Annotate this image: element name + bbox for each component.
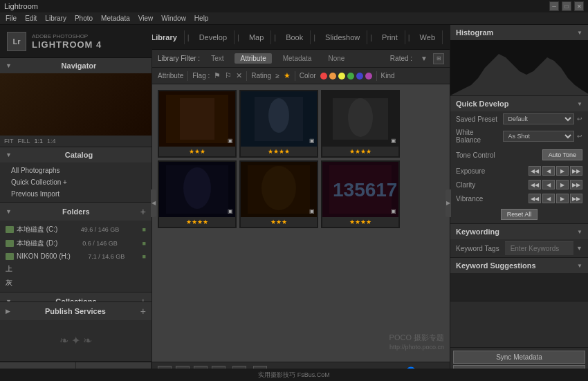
folder-item-up[interactable]: 上 <box>0 262 151 276</box>
keywording-header[interactable]: Keywording ▼ <box>450 224 588 239</box>
auto-tone-button[interactable]: Auto Tone <box>542 149 582 160</box>
collections-header[interactable]: ▼ Collections + <box>0 292 151 302</box>
clarity-row: Clarity ◀◀ ◀ ▶ ▶▶ <box>450 178 588 192</box>
exposure-minus-minus[interactable]: ◀◀ <box>529 166 541 176</box>
filter-expand-icon[interactable]: ⊞ <box>433 53 444 64</box>
right-panel-toggle[interactable]: ▶ <box>445 189 451 217</box>
menu-metadata[interactable]: Metadata <box>101 15 130 22</box>
filter-none-btn[interactable]: None <box>322 53 350 64</box>
tab-slideshow[interactable]: Slideshow <box>318 30 367 44</box>
flag-none-icon[interactable]: ⚑ <box>214 71 221 80</box>
saved-preset-select[interactable]: Default <box>503 113 574 124</box>
color-red[interactable] <box>320 73 327 80</box>
tab-print[interactable]: Print <box>375 30 405 44</box>
wb-reset-icon[interactable]: ↩ <box>577 133 582 140</box>
menu-view[interactable]: View <box>138 15 154 22</box>
menu-help[interactable]: Help <box>194 15 209 22</box>
photo-image-4 <box>159 162 235 217</box>
nav-1-1[interactable]: 1:1 <box>35 138 44 145</box>
nav-1-4[interactable]: 1:4 <box>47 138 56 145</box>
flag-rejected-icon[interactable]: ✕ <box>236 71 242 80</box>
folder-item-d[interactable]: 本地磁盘 (D:) 0.6 / 146 GB ■ <box>0 236 151 250</box>
keywording-section: Keywording ▼ Keyword Tags ▼ <box>450 224 588 258</box>
clarity-controls: ◀◀ ◀ ▶ ▶▶ <box>529 180 582 189</box>
tab-book[interactable]: Book <box>279 30 311 44</box>
catalog-all-photos[interactable]: All Photographs <box>0 165 151 176</box>
catalog-header[interactable]: ▼ Catalog <box>0 147 151 162</box>
photo-grid[interactable]: ▣ ★★★ ▣ ★★★★ <box>152 84 450 362</box>
left-panel-toggle[interactable]: ◀ <box>151 189 156 217</box>
exposure-plus-plus[interactable]: ▶▶ <box>570 166 582 176</box>
menu-file[interactable]: File <box>6 15 17 22</box>
photo-badge-3: ▣ <box>391 138 396 144</box>
folder-item-c[interactable]: 本地磁盘 (C:) 49.6 / 146 GB ■ <box>0 223 151 236</box>
tab-map[interactable]: Map <box>242 30 271 44</box>
tab-develop[interactable]: Develop <box>192 30 235 44</box>
keyword-tags-input[interactable] <box>505 241 573 255</box>
nav-fill[interactable]: FILL <box>18 138 30 145</box>
photo-thumb-3[interactable]: ▣ ★★★★ <box>321 90 400 158</box>
catalog-previous-import[interactable]: Previous Import <box>0 188 151 200</box>
vibrance-minus[interactable]: ◀ <box>542 194 555 203</box>
color-blue[interactable] <box>356 73 363 80</box>
folder-item-gray[interactable]: 灰 <box>0 276 151 290</box>
preset-reset-icon[interactable]: ↩ <box>577 115 582 122</box>
keyword-menu-icon[interactable]: ▼ <box>576 245 582 252</box>
folders-add-icon[interactable]: + <box>140 206 146 217</box>
vibrance-plus-plus[interactable]: ▶▶ <box>570 194 582 203</box>
color-orange[interactable] <box>329 73 336 80</box>
clarity-plus[interactable]: ▶ <box>556 180 569 189</box>
photo-thumb-5[interactable]: ▣ ★★★ <box>239 160 318 228</box>
close-button[interactable]: ✕ <box>574 1 584 11</box>
minimize-button[interactable]: ─ <box>549 1 559 11</box>
tab-library[interactable]: Library <box>152 30 185 44</box>
maximize-button[interactable]: □ <box>562 1 571 11</box>
filter-text-btn[interactable]: Text <box>205 53 229 64</box>
publish-services-header[interactable]: ▶ Publish Services + <box>0 302 151 320</box>
histogram-header[interactable]: Histogram ▼ <box>450 25 588 40</box>
clarity-plus-plus[interactable]: ▶▶ <box>570 180 582 189</box>
filter-attribute-btn[interactable]: Attribute <box>235 53 271 64</box>
exposure-plus[interactable]: ▶ <box>556 166 569 176</box>
menu-photo[interactable]: Photo <box>75 15 93 22</box>
nav-fit[interactable]: FIT <box>4 138 14 145</box>
clarity-minus-minus[interactable]: ◀◀ <box>529 180 541 189</box>
photo-thumb-6[interactable]: 135617 ▣ ★★★★ <box>321 160 400 228</box>
folder-item-h[interactable]: NIKON D600 (H:) 7.1 / 14.6 GB ■ <box>0 250 151 262</box>
vibrance-minus-minus[interactable]: ◀◀ <box>529 194 541 203</box>
white-balance-select[interactable]: As Shot <box>503 131 574 142</box>
quick-develop-header[interactable]: Quick Develop ▼ <box>450 96 588 111</box>
exposure-minus[interactable]: ◀ <box>542 166 555 176</box>
photo-thumb-4[interactable]: ▣ ★★★★ <box>158 160 237 228</box>
flag-flagged-icon[interactable]: ⚐ <box>225 71 232 80</box>
catalog-quick-collection[interactable]: Quick Collection + <box>0 176 151 188</box>
navigator-header[interactable]: ▼ Navigator <box>0 58 151 73</box>
sync-metadata-button[interactable]: Sync Metadata <box>453 351 585 364</box>
publish-add-icon[interactable]: + <box>140 306 146 317</box>
menu-library[interactable]: Library <box>45 15 66 22</box>
rating-star[interactable]: ★ <box>284 71 291 80</box>
photo-thumb-2[interactable]: ▣ ★★★★ <box>239 90 318 158</box>
tab-web[interactable]: Web <box>413 30 443 44</box>
collections-section: ▼ Collections + ⊞ 智能收藏夹 ⊙ 红色色样 1 <box>0 292 151 302</box>
vibrance-plus[interactable]: ▶ <box>556 194 569 203</box>
rated-dropdown-icon[interactable]: ▼ <box>421 55 428 62</box>
exposure-label: Exposure <box>456 167 526 175</box>
photo-thumb-1[interactable]: ▣ ★★★ <box>158 90 237 158</box>
filter-metadata-btn[interactable]: Metadata <box>277 53 318 64</box>
menu-window[interactable]: Window <box>161 15 186 22</box>
folders-header[interactable]: ▼ Folders + <box>0 203 151 221</box>
color-purple[interactable] <box>365 73 372 80</box>
attribute-bar: Attribute Flag : ⚑ ⚐ ✕ Rating ≥ ★ Color … <box>152 68 450 84</box>
keyword-tags-label: Keyword Tags <box>456 245 499 252</box>
color-yellow[interactable] <box>338 73 345 80</box>
menu-edit[interactable]: Edit <box>25 15 37 22</box>
vibrance-row: Vibrance ◀◀ ◀ ▶ ▶▶ <box>450 192 588 205</box>
navigator-section: ▼ Navigator FIT FILL 1:1 1:4 <box>0 58 151 147</box>
main-layout: Lr ADOBE PHOTOSHOP LIGHTROOM 4 ▼ Navigat… <box>0 25 588 381</box>
keyword-suggestions-header[interactable]: Keyword Suggestions ▼ <box>450 258 588 273</box>
color-green[interactable] <box>347 73 354 80</box>
clarity-minus[interactable]: ◀ <box>542 180 555 189</box>
reset-all-button[interactable]: Reset All <box>501 209 538 220</box>
collections-add-icon[interactable]: + <box>140 296 146 302</box>
